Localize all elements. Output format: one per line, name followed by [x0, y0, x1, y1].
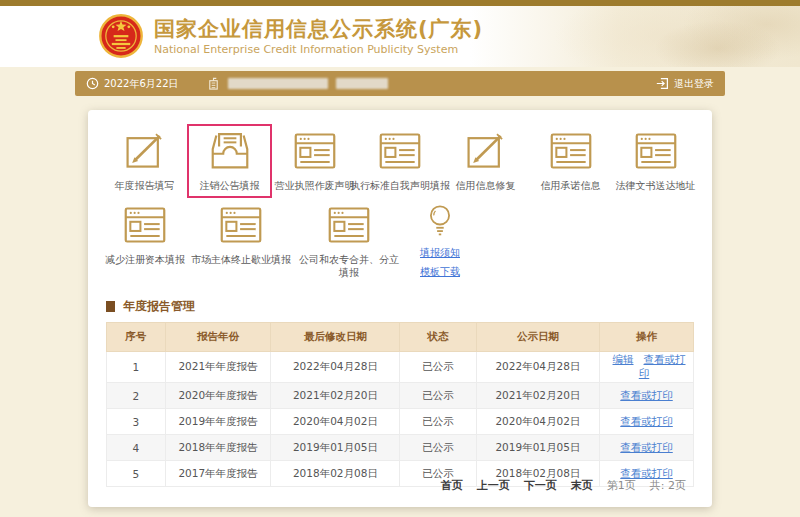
- menu-item-standard-self-declaration[interactable]: 执行标准自我声明填报: [357, 124, 443, 198]
- menu-item-label: 年度报告填写: [115, 179, 175, 192]
- column-header: 公示日期: [476, 323, 599, 352]
- browser-window-icon: [123, 205, 167, 245]
- menu-item-credit-repair[interactable]: 信用信息修复: [443, 124, 528, 198]
- cell-publish-date: 2019年01月05日: [476, 435, 599, 461]
- logged-in-entity: [207, 77, 388, 90]
- cell-actions: 查看或打印: [600, 383, 694, 409]
- browser-window-icon: [219, 205, 263, 245]
- section-title-label: 年度报告管理: [123, 298, 195, 315]
- section-annual-report-management: 年度报告管理: [106, 298, 694, 315]
- redacted-company-name: [228, 78, 328, 89]
- cell-actions: 查看或打印: [600, 409, 694, 435]
- pagination-first[interactable]: 首页: [441, 478, 463, 493]
- browser-window-icon: [378, 131, 422, 171]
- menu-item-label: 法律文书送达地址: [616, 179, 696, 192]
- column-header: 序号: [107, 323, 166, 352]
- view-print-link[interactable]: 查看或打印: [620, 467, 673, 479]
- cell-report-year: 2018年年度报告: [165, 435, 271, 461]
- cell-status: 已公示: [400, 383, 476, 409]
- browser-window-icon: [293, 131, 337, 171]
- menu-item-legal-document-address[interactable]: 法律文书送达地址: [613, 124, 698, 198]
- cell-index: 2: [107, 383, 166, 409]
- lightbulb-icon: [425, 203, 455, 241]
- menu-item-deregistration-announcement[interactable]: 注销公告填报: [187, 124, 272, 198]
- browser-window-icon: [327, 205, 371, 245]
- cell-status: 已公示: [400, 435, 476, 461]
- menu-item-credit-commitment[interactable]: 信用承诺信息: [528, 124, 613, 198]
- logout-icon: [656, 77, 669, 90]
- function-menu-row-2: 减少注册资本填报 市场主体终止歇业填报 公司和农专合并、分立填报 填报须知 模板…: [100, 198, 700, 285]
- cell-status: 已公示: [400, 409, 476, 435]
- cell-actions: 查看或打印: [600, 435, 694, 461]
- menu-item-business-termination[interactable]: 市场主体终止歇业填报: [188, 198, 294, 272]
- table-row: 3 2019年年度报告 2020年04月02日 已公示 2020年04月02日 …: [107, 409, 694, 435]
- column-header: 状态: [400, 323, 476, 352]
- menu-item-label: 信用信息修复: [456, 179, 516, 192]
- inbox-icon: [208, 131, 252, 171]
- view-print-link[interactable]: 查看或打印: [620, 441, 673, 453]
- edit-pencil-icon: [123, 131, 167, 171]
- cell-report-year: 2020年年度报告: [165, 383, 271, 409]
- edit-link[interactable]: 编辑: [613, 353, 634, 365]
- cell-report-year: 2021年年度报告: [165, 352, 271, 383]
- cell-publish-date: 2021年02月20日: [476, 383, 599, 409]
- cell-index: 3: [107, 409, 166, 435]
- user-status-bar: 2022年6月22日 退出登录: [75, 71, 725, 96]
- filing-tips: 填报须知 模板下载: [404, 198, 476, 279]
- company-icon: [207, 77, 220, 90]
- view-print-link[interactable]: 查看或打印: [620, 389, 673, 401]
- cell-actions: 编辑查看或打印: [600, 352, 694, 383]
- cell-modified-date: 2021年02月20日: [271, 383, 400, 409]
- menu-item-label: 市场主体终止歇业填报: [191, 253, 291, 266]
- cell-index: 4: [107, 435, 166, 461]
- cell-status: 已公示: [400, 352, 476, 383]
- square-bullet-icon: [106, 301, 115, 312]
- browser-window-icon: [549, 131, 593, 171]
- cell-publish-date: 2022年04月28日: [476, 352, 599, 383]
- logout-label: 退出登录: [674, 77, 714, 91]
- cell-index: 1: [107, 352, 166, 383]
- main-content-card: 年度报告填写 注销公告填报 营业执照作废声明 执行标准自我声明填报 信用信息修复…: [88, 110, 712, 507]
- view-print-link[interactable]: 查看或打印: [639, 353, 686, 379]
- pagination-total-pages: 共: 2页: [650, 478, 686, 493]
- site-title: 国家企业信用信息公示系统(广东): [154, 17, 483, 41]
- clock-icon: [86, 77, 99, 90]
- table-row: 2 2020年年度报告 2021年02月20日 已公示 2021年02月20日 …: [107, 383, 694, 409]
- menu-item-label: 注销公告填报: [200, 179, 260, 192]
- menu-item-label: 执行标准自我声明填报: [350, 179, 450, 192]
- pagination-next[interactable]: 下一页: [524, 478, 557, 493]
- menu-item-annual-report-fill[interactable]: 年度报告填写: [102, 124, 187, 198]
- pagination-last[interactable]: 末页: [571, 478, 593, 493]
- cell-report-year: 2019年年度报告: [165, 409, 271, 435]
- cell-modified-date: 2019年01月05日: [271, 435, 400, 461]
- function-menu-row-1: 年度报告填写 注销公告填报 营业执照作废声明 执行标准自我声明填报 信用信息修复…: [100, 124, 700, 198]
- link-template-download[interactable]: 模板下载: [420, 265, 460, 279]
- pagination-prev[interactable]: 上一页: [477, 478, 510, 493]
- menu-item-capital-reduction[interactable]: 减少注册资本填报: [102, 198, 188, 272]
- cell-modified-date: 2018年02月08日: [271, 461, 400, 487]
- menu-item-license-invalidation[interactable]: 营业执照作废声明: [272, 124, 357, 198]
- column-header: 报告年份: [165, 323, 271, 352]
- national-emblem-logo: [98, 13, 144, 59]
- cell-modified-date: 2022年04月28日: [271, 352, 400, 383]
- view-print-link[interactable]: 查看或打印: [620, 415, 673, 427]
- table-row: 1 2021年年度报告 2022年04月28日 已公示 2022年04月28日 …: [107, 352, 694, 383]
- pagination: 首页 上一页 下一页 末页 第1页 共: 2页: [441, 478, 686, 493]
- pagination-current-page: 第1页: [607, 478, 636, 493]
- menu-item-label: 减少注册资本填报: [105, 253, 185, 266]
- edit-pencil-icon: [464, 131, 508, 171]
- menu-item-label: 信用承诺信息: [541, 179, 601, 192]
- menu-item-label: 营业执照作废声明: [275, 179, 355, 192]
- cell-index: 5: [107, 461, 166, 487]
- current-date: 2022年6月22日: [104, 77, 179, 91]
- table-row: 4 2018年年度报告 2019年01月05日 已公示 2019年01月05日 …: [107, 435, 694, 461]
- cell-modified-date: 2020年04月02日: [271, 409, 400, 435]
- menu-item-merger-division[interactable]: 公司和农专合并、分立填报: [294, 198, 404, 285]
- cell-report-year: 2017年年度报告: [165, 461, 271, 487]
- column-header: 操作: [600, 323, 694, 352]
- site-subtitle: National Enterprise Credit Information P…: [154, 43, 483, 56]
- redacted-company-name: [336, 78, 388, 89]
- link-filling-instructions[interactable]: 填报须知: [420, 246, 460, 260]
- logout-button[interactable]: 退出登录: [656, 77, 714, 91]
- cell-publish-date: 2020年04月02日: [476, 409, 599, 435]
